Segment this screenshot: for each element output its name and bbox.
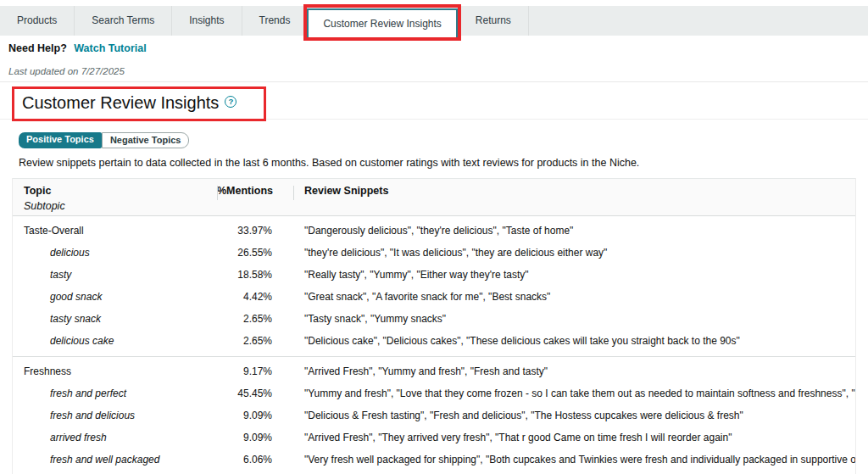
need-help-label: Need Help? <box>8 42 67 54</box>
mentions-column-header: %Mentions <box>217 185 293 215</box>
subtopic-cell: tasty <box>13 269 217 281</box>
page-title: Customer Review Insights ? <box>22 93 236 113</box>
snippets-cell: "Delicious cake", "Delicious cakes", "Th… <box>293 335 855 347</box>
watch-tutorial-link[interactable]: Watch Tutorial <box>74 42 146 54</box>
mentions-cell: 33.97% <box>217 225 293 237</box>
tab-label: Trends <box>259 14 291 26</box>
tab-label: Customer Review Insights <box>323 18 441 30</box>
table-row: delicious cake2.65%"Delicious cake", "De… <box>13 330 855 352</box>
subtopic-cell: good snack <box>13 291 217 303</box>
tab-bar: ProductsSearch TermsInsightsTrendsCustom… <box>0 6 868 36</box>
tab-label: Products <box>17 14 57 26</box>
mentions-cell: 4.42% <box>217 291 293 303</box>
subtopic-cell: delicious <box>13 247 217 259</box>
table-row: fresh and delicious9.09%"Delicious & Fre… <box>13 404 855 427</box>
snippets-cell: "Yummy and fresh", "Love that they come … <box>293 388 855 399</box>
subtopic-cell: fresh and perfect <box>13 388 217 399</box>
last-updated-text: Last updated on 7/27/2025 <box>8 66 125 76</box>
table-row: tasty18.58%"Really tasty", "Yummy", "Eit… <box>13 264 855 286</box>
help-row: Need Help? Watch Tutorial <box>8 42 147 54</box>
table-row: tasty snack2.65%"Tasty snack", "Yummy sn… <box>13 308 855 330</box>
page-title-text: Customer Review Insights <box>22 93 219 113</box>
tab-products[interactable]: Products <box>0 6 74 36</box>
subtopic-cell: arrived fresh <box>13 432 217 443</box>
topic-column-header: Topic Subtopic <box>13 185 217 215</box>
mentions-cell: 9.09% <box>217 410 293 421</box>
tab-label: Search Terms <box>92 14 154 26</box>
description-text: Review snippets pertain to data collecte… <box>19 157 851 169</box>
tab-label: Insights <box>189 14 224 26</box>
snippets-cell: "Arrived Fresh", "They arrived very fres… <box>293 432 855 443</box>
mentions-cell: 2.65% <box>217 313 293 325</box>
table-row: fresh and well packaged6.06%"Very fresh … <box>13 449 855 471</box>
column-divider <box>217 186 218 200</box>
table-row: Freshness9.17%"Arrived Fresh", "Yummy an… <box>13 360 855 382</box>
subtopic-header-label: Subtopic <box>24 200 217 212</box>
tab-returns[interactable]: Returns <box>458 6 528 36</box>
tab-trends[interactable]: Trends <box>242 6 308 36</box>
snippets-cell: "Great snack", "A favorite snack for me"… <box>293 291 855 303</box>
mentions-cell: 45.45% <box>217 388 293 399</box>
mentions-cell: 9.17% <box>217 365 293 377</box>
snippets-cell: "Arrived Fresh", "Yummy and fresh", "Fre… <box>293 365 855 377</box>
tab-bar-filler <box>528 6 868 36</box>
subtopic-cell: fresh and well packaged <box>13 454 217 466</box>
group-divider <box>13 356 855 357</box>
question-circle-icon[interactable]: ? <box>225 96 236 108</box>
snippets-cell: "Very fresh well packaged for shipping",… <box>293 454 855 466</box>
column-divider <box>293 186 294 200</box>
snippets-cell: "Tasty snack", "Yummy snacks" <box>293 313 855 325</box>
mentions-cell: 18.58% <box>217 269 293 281</box>
table-header: Topic Subtopic %Mentions Review Snippets <box>13 178 855 216</box>
tab-insights[interactable]: Insights <box>171 6 241 36</box>
snippets-cell: "Really tasty", "Yummy", "Either way the… <box>293 269 855 281</box>
table-row: delicious26.55%"they're delicious", "It … <box>13 242 855 264</box>
divider <box>0 81 868 82</box>
tab-search-terms[interactable]: Search Terms <box>74 6 171 36</box>
negative-topics-button[interactable]: Negative Topics <box>102 132 190 148</box>
mentions-cell: 26.55% <box>217 247 293 259</box>
mentions-cell: 2.65% <box>217 335 293 347</box>
review-insights-table: Topic Subtopic %Mentions Review Snippets… <box>12 178 856 474</box>
positive-topics-button[interactable]: Positive Topics <box>19 132 102 148</box>
topics-toggle: Positive Topics Negative Topics <box>19 132 189 148</box>
topic-cell: Taste-Overall <box>13 225 217 237</box>
table-row: fresh and perfect45.45%"Yummy and fresh"… <box>13 382 855 404</box>
tab-label: Returns <box>476 14 511 26</box>
table-row: good snack4.42%"Great snack", "A favorit… <box>13 286 855 308</box>
topic-header-label: Topic <box>24 185 217 197</box>
table-body: Taste-Overall33.97%"Dangerously deliciou… <box>13 216 855 471</box>
tab-customer-review-insights[interactable]: Customer Review Insights <box>307 8 457 40</box>
snippets-cell: "they're delicious", "It was delicious",… <box>293 247 855 259</box>
topic-cell: Freshness <box>13 365 217 377</box>
subtopic-cell: tasty snack <box>13 313 217 325</box>
snippets-cell: "Delicious & Fresh tasting", "Fresh and … <box>293 410 855 421</box>
snippets-column-header: Review Snippets <box>293 185 855 215</box>
subtopic-cell: delicious cake <box>13 335 217 347</box>
mentions-cell: 9.09% <box>217 432 293 443</box>
mentions-cell: 6.06% <box>217 454 293 466</box>
subtopic-cell: fresh and delicious <box>13 410 217 421</box>
table-row: Taste-Overall33.97%"Dangerously deliciou… <box>13 220 855 242</box>
annotation-rect-title: Customer Review Insights ? <box>12 86 266 121</box>
table-row: arrived fresh9.09%"Arrived Fresh", "They… <box>13 427 855 449</box>
snippets-cell: "Dangerously delicious", "they're delici… <box>293 225 855 237</box>
